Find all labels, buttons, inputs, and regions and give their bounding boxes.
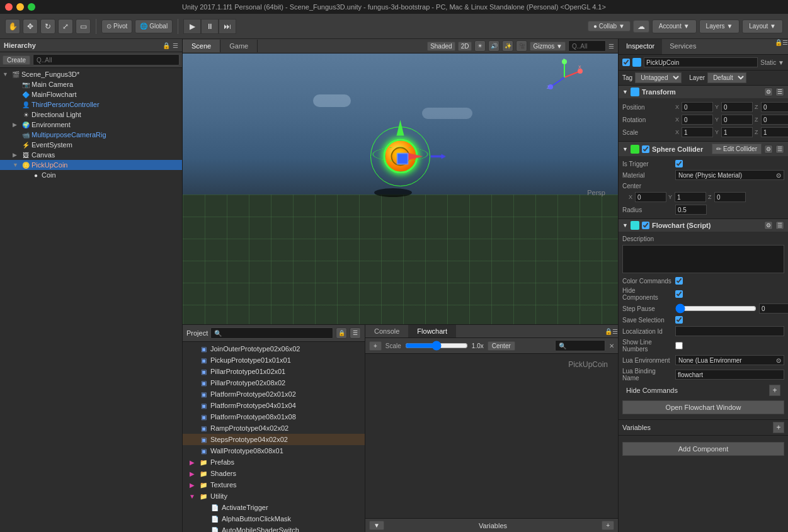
transform-menu-btn[interactable]: ☰ [775, 88, 784, 96]
layout-btn[interactable]: Layout ▼ [742, 20, 783, 33]
move-handle-box[interactable] [397, 153, 408, 164]
hierarchy-item-eventsystem[interactable]: ⚡ EventSystem [0, 140, 182, 150]
hierarchy-lock-btn[interactable]: 🔒 [163, 42, 170, 49]
hierarchy-search-input[interactable] [33, 54, 180, 65]
scale-slider[interactable] [405, 341, 468, 351]
center-y[interactable] [675, 192, 706, 202]
hierarchy-item-mainflowchart[interactable]: 🔷 MainFlowchart [0, 89, 182, 99]
hierarchy-menu-btn[interactable]: ☰ [173, 42, 178, 49]
minimize-btn[interactable] [16, 3, 24, 11]
collider-menu-btn[interactable]: ☰ [775, 145, 784, 154]
hierarchy-item-pickupcoin[interactable]: ▼ 🪙 PickUpCoin [0, 160, 182, 170]
position-z[interactable] [761, 102, 788, 112]
move-arrow-right[interactable] [407, 152, 423, 160]
rotate-tool-btn[interactable]: ↻ [40, 19, 55, 34]
hierarchy-item-thirdperson[interactable]: 👤 ThirdPersonController [0, 99, 182, 110]
move-arrow-up[interactable] [397, 120, 404, 136]
tag-dropdown[interactable]: Untagged [635, 72, 682, 83]
hierarchy-item-camerarig[interactable]: 📹 MultipurposeCameraRig [0, 130, 182, 140]
inspector-lock-btn[interactable]: 🔒 [775, 39, 782, 54]
audio-btn[interactable]: 🔊 [488, 40, 500, 52]
project-item[interactable]: ▣ PickupPrototype01x01x01 [183, 354, 365, 366]
game-tab[interactable]: Game [220, 40, 258, 52]
services-tab[interactable]: Services [662, 39, 704, 54]
show-line-numbers-checkbox[interactable] [675, 342, 683, 349]
hierarchy-item-dirlight[interactable]: ☀ Directional Light [0, 110, 182, 120]
project-item-alpha[interactable]: 📄 AlphaButtonClickMask [183, 513, 365, 524]
edit-collider-btn[interactable]: ✏ Edit Collider [712, 144, 762, 154]
hierarchy-item-maincamera[interactable]: 📷 Main Camera [0, 79, 182, 89]
is-trigger-checkbox[interactable] [675, 160, 683, 167]
lighting-btn[interactable]: ☀ [474, 40, 486, 52]
hierarchy-item-scene[interactable]: ▼ 🎬 Scene_Fungus3D* [0, 69, 182, 79]
cloud-btn[interactable]: ☁ [633, 20, 649, 33]
project-item[interactable]: ▣ StepsPrototype04x02x02 [183, 434, 365, 445]
2d-btn[interactable]: 2D [458, 42, 472, 51]
scale-y[interactable] [721, 127, 753, 137]
project-folder-shaders[interactable]: ▶ 📁 Shaders [183, 468, 365, 479]
play-btn[interactable]: ▶ [183, 19, 201, 34]
hierarchy-item-coin[interactable]: ● Coin [0, 170, 182, 180]
color-commands-checkbox[interactable] [675, 277, 683, 285]
project-item[interactable]: ▣ PlatformPrototype08x01x08 [183, 411, 365, 422]
global-btn[interactable]: 🌐 Global [135, 20, 173, 33]
window-controls[interactable] [5, 3, 35, 11]
collider-active-checkbox[interactable] [642, 145, 649, 153]
pause-btn[interactable]: ⏸ [201, 19, 219, 34]
save-selection-checkbox[interactable] [675, 316, 683, 324]
project-item-activate[interactable]: 📄 ActivateTrigger [183, 502, 365, 513]
scene-view-btn[interactable]: 🎥 [516, 40, 527, 52]
project-menu-btn[interactable]: ☰ [350, 327, 361, 339]
project-item[interactable]: ▣ JoinOuterPrototype02x06x02 [183, 343, 365, 354]
transform-header[interactable]: ▼ Transform ⚙ ☰ [619, 86, 788, 98]
hand-tool-btn[interactable]: ✋ [5, 19, 20, 34]
close-btn[interactable] [5, 3, 13, 11]
scale-tool-btn[interactable]: ⤢ [58, 19, 73, 34]
hide-components-checkbox[interactable] [675, 290, 683, 298]
position-y[interactable] [721, 102, 753, 112]
bottom-lock-btn[interactable]: 🔒 [605, 328, 612, 335]
hierarchy-create-btn[interactable]: Create [3, 55, 30, 65]
bottom-menu-btn[interactable]: ☰ [612, 328, 618, 335]
project-folder-textures[interactable]: ▶ 📁 Textures [183, 479, 365, 490]
flowchart-bottom-add-btn[interactable]: ▼ [369, 521, 384, 530]
hierarchy-item-environment[interactable]: ▶ 🌍 Environment [0, 120, 182, 130]
add-hide-command-btn[interactable]: + [769, 385, 780, 396]
flowchart-search[interactable] [555, 340, 605, 351]
scene-gizmo[interactable]: X Y Z [545, 59, 583, 98]
project-lock-btn[interactable]: 🔒 [336, 327, 347, 339]
project-item[interactable]: ▣ RampPrototype04x02x02 [183, 422, 365, 434]
flowchart-comp-header[interactable]: ▼ Flowchart (Script) ⚙ ☰ [619, 219, 788, 232]
flowchart-content[interactable]: PickUpCoin [365, 354, 618, 518]
shading-dropdown[interactable]: Shaded [427, 42, 455, 51]
flowchart-close-btn[interactable]: ✕ [609, 342, 614, 349]
collab-btn[interactable]: ● Collab ▼ [588, 21, 631, 31]
project-search[interactable] [210, 327, 333, 339]
project-item[interactable]: ▣ PlatformPrototype04x01x04 [183, 400, 365, 411]
gizmos-btn[interactable]: Gizmos ▼ [530, 42, 566, 51]
step-btn[interactable]: ⏭ [219, 19, 236, 34]
flowchart-comp-menu-btn[interactable]: ☰ [775, 221, 784, 230]
center-x[interactable] [635, 192, 666, 202]
add-variable-btn[interactable]: + [602, 521, 614, 530]
add-component-btn[interactable]: Add Component [622, 442, 784, 456]
gameobject-active-checkbox[interactable] [622, 59, 630, 66]
step-pause-slider[interactable] [675, 305, 757, 312]
flowchart-active-checkbox[interactable] [642, 222, 649, 229]
rotation-y[interactable] [721, 115, 753, 125]
coin-game-object[interactable] [383, 139, 418, 174]
position-x[interactable] [682, 102, 713, 112]
center-btn[interactable]: Center [488, 341, 515, 351]
step-pause-input[interactable] [759, 303, 788, 314]
collider-edit-btn[interactable]: ⚙ [764, 145, 773, 154]
scene-view[interactable]: Persp X Y Z [183, 54, 618, 324]
description-textarea[interactable] [622, 245, 784, 273]
rect-tool-btn[interactable]: ▭ [76, 19, 91, 34]
lua-binding-input[interactable]: flowchart [675, 370, 784, 380]
transform-edit-btn[interactable]: ⚙ [764, 88, 773, 96]
scale-z[interactable] [761, 127, 788, 137]
sphere-collider-header[interactable]: ▼ Sphere Collider ✏ Edit Collider ⚙ ☰ [619, 142, 788, 156]
flowchart-tab[interactable]: Flowchart [408, 325, 456, 337]
maximize-btn[interactable] [28, 3, 35, 11]
add-node-btn[interactable]: + [369, 341, 382, 351]
